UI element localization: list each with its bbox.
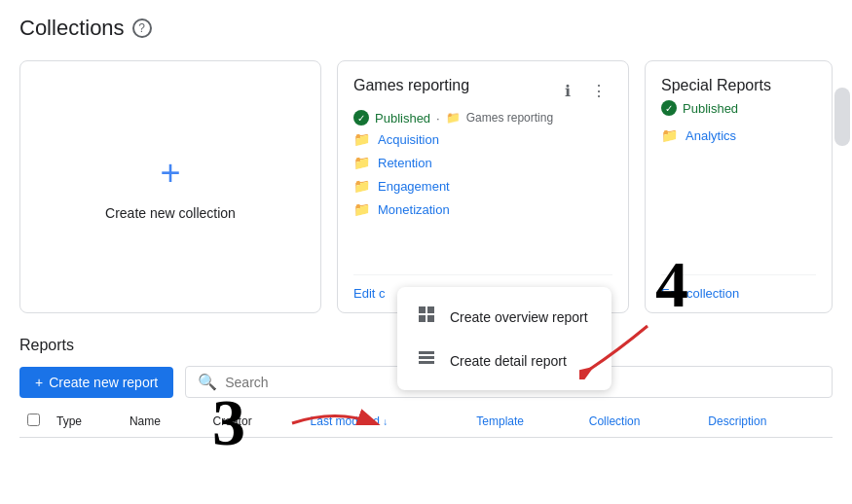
red-arrow-4 <box>579 321 657 379</box>
edit-collection-button[interactable]: Edit c <box>353 286 386 301</box>
svg-rect-0 <box>419 306 426 313</box>
detail-report-icon <box>417 348 436 373</box>
checkbox-header <box>19 406 49 438</box>
page-title: Collections <box>19 16 125 41</box>
select-all-checkbox[interactable] <box>27 414 40 426</box>
folder-icon: 📁 <box>353 178 370 194</box>
name-header: Name <box>122 406 205 438</box>
red-arrow-3 <box>287 404 385 443</box>
create-overview-label: Create overview report <box>450 309 588 325</box>
info-icon: ℹ <box>565 82 571 100</box>
create-collection-card[interactable]: + Create new collection <box>19 60 321 313</box>
folder-icon: 📁 <box>353 131 370 147</box>
annotation-3: 3 <box>212 389 245 455</box>
card-header: Games reporting ℹ ⋮ <box>353 77 612 104</box>
svg-rect-4 <box>419 351 434 354</box>
svg-rect-5 <box>419 356 434 359</box>
special-status-dot <box>661 100 677 116</box>
list-item[interactable]: 📁 Engagement <box>353 174 612 198</box>
svg-rect-2 <box>419 315 426 322</box>
annotation-4: 4 <box>655 251 688 317</box>
svg-rect-6 <box>419 361 434 364</box>
card-title: Games reporting <box>353 77 469 94</box>
games-reporting-card: Games reporting ℹ ⋮ Published · 📁 Games … <box>337 60 629 313</box>
scroll-indicator[interactable] <box>834 88 850 146</box>
create-report-button[interactable]: + Create new report <box>19 367 173 398</box>
special-card-header: Special Reports <box>661 77 816 94</box>
svg-rect-3 <box>427 315 434 322</box>
info-button[interactable]: ℹ <box>554 77 581 104</box>
plus-icon: + <box>160 153 180 194</box>
special-card-status: Published <box>661 100 816 116</box>
svg-rect-1 <box>427 306 434 313</box>
card-header-icons: ℹ ⋮ <box>554 77 612 104</box>
description-header: Description <box>700 406 833 438</box>
list-item[interactable]: 📁 Monetization <box>353 198 612 221</box>
create-detail-label: Create detail report <box>450 353 567 369</box>
create-report-plus-icon: + <box>35 375 43 390</box>
create-collection-label: Create new collection <box>105 205 236 221</box>
collections-row: + Create new collection Games reporting … <box>19 60 833 313</box>
list-item[interactable]: 📁 Acquisition <box>353 127 612 151</box>
analytics-item[interactable]: 📁 Analytics <box>661 127 816 143</box>
folder-icon: 📁 <box>353 201 370 217</box>
collection-header: Collection <box>581 406 701 438</box>
folder-icon: 📁 <box>661 127 678 143</box>
more-icon: ⋮ <box>591 82 607 100</box>
table-header-row: Type Name Creator Last modified ↓ Templa… <box>19 406 833 438</box>
card-items-list: 📁 Acquisition 📁 Retention 📁 Engagement 📁… <box>353 127 612 221</box>
more-button[interactable]: ⋮ <box>585 77 612 104</box>
help-icon[interactable]: ? <box>132 18 152 38</box>
overview-report-icon <box>417 305 436 329</box>
reports-table: Type Name Creator Last modified ↓ Templa… <box>19 406 833 438</box>
status-dot <box>353 110 369 126</box>
page-header: Collections ? <box>19 16 833 41</box>
folder-icon: 📁 <box>353 155 370 170</box>
template-header: Template <box>468 406 580 438</box>
list-item[interactable]: 📁 Retention <box>353 151 612 174</box>
special-items: 📁 Analytics <box>661 127 816 143</box>
card-status: Published · 📁 Games reporting <box>353 110 612 126</box>
special-card-title: Special Reports <box>661 77 771 94</box>
type-header: Type <box>49 406 122 438</box>
